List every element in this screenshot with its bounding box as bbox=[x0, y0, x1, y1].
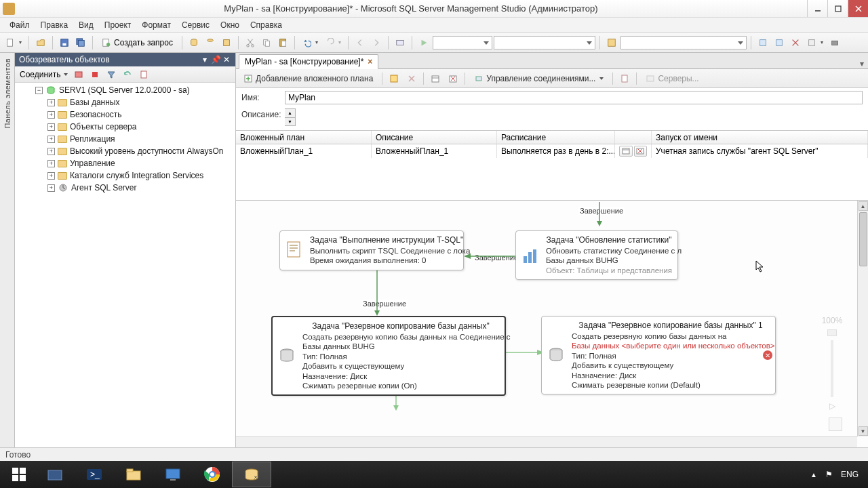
panel-menu-button[interactable]: ▾ bbox=[200, 55, 210, 64]
tree-collapse-icon[interactable]: − bbox=[35, 87, 43, 94]
plan-name-input[interactable] bbox=[285, 91, 863, 104]
tree-expand-icon[interactable]: + bbox=[47, 184, 55, 192]
tab-close-icon[interactable]: × bbox=[368, 57, 372, 66]
menu-view[interactable]: Вид bbox=[73, 19, 99, 31]
template-button[interactable] bbox=[788, 35, 803, 50]
db-query-button[interactable] bbox=[186, 35, 201, 50]
menu-service[interactable]: Сервис bbox=[176, 19, 215, 31]
col-name[interactable]: Вложенный план bbox=[236, 131, 372, 144]
tree-management[interactable]: Управление bbox=[70, 159, 115, 168]
task-tsql[interactable]: Задача "Выполнение инструкции T-SQL" Вып… bbox=[279, 230, 464, 270]
nav-back-button[interactable] bbox=[353, 35, 368, 50]
document-tab[interactable]: MyPlan - sa [Конструирование]* × bbox=[239, 54, 378, 69]
taskbar-ssms[interactable] bbox=[232, 462, 271, 487]
task-backup-2[interactable]: ✕ Задача "Резервное копирование базы дан… bbox=[541, 316, 776, 394]
manage-connections-button[interactable]: Управление соединениями... bbox=[469, 71, 608, 86]
toolbox-button[interactable] bbox=[827, 35, 842, 50]
tree-expand-icon[interactable]: + bbox=[47, 99, 55, 106]
new-button[interactable] bbox=[3, 35, 18, 50]
nav-fwd-button[interactable] bbox=[369, 35, 384, 50]
minimize-button[interactable] bbox=[807, 0, 827, 17]
menu-help[interactable]: Справка bbox=[245, 19, 288, 31]
row-schedule-button[interactable] bbox=[619, 146, 633, 157]
subplan-delete-button[interactable] bbox=[404, 71, 419, 86]
design-surface[interactable]: Завершение Завершение Завершение Задача … bbox=[236, 201, 857, 436]
row-runas[interactable]: Учетная запись службы "агент SQL Server" bbox=[652, 144, 868, 158]
object-explorer-button[interactable] bbox=[772, 35, 787, 50]
tree-agent[interactable]: Агент SQL Server bbox=[71, 183, 137, 192]
menu-window[interactable]: Окно bbox=[215, 19, 245, 31]
tree-expand-icon[interactable]: + bbox=[47, 172, 55, 180]
menu-project[interactable]: Проект bbox=[99, 19, 137, 31]
tree-expand-icon[interactable]: + bbox=[47, 111, 55, 119]
find-button[interactable] bbox=[393, 35, 408, 50]
panel-close-button[interactable]: ✕ bbox=[222, 55, 231, 64]
registered-servers-button[interactable] bbox=[755, 35, 770, 50]
start-button[interactable] bbox=[3, 462, 35, 487]
object-tree[interactable]: − SERV1 (SQL Server 12.0.2000 - sa) +Баз… bbox=[15, 83, 235, 447]
col-sched[interactable]: Расписание bbox=[497, 131, 615, 144]
taskbar-server-manager[interactable] bbox=[35, 462, 75, 487]
tree-replication[interactable]: Репликация bbox=[70, 134, 115, 144]
refresh-button[interactable] bbox=[120, 67, 135, 82]
zoom-control[interactable]: 100% ▷ bbox=[822, 316, 842, 411]
new-query-button[interactable]: Создать запрос bbox=[97, 35, 178, 50]
help-button[interactable] bbox=[604, 35, 619, 50]
subplan-row[interactable]: ВложенныйПлан_1 ВложенныйПлан_1 Выполняе… bbox=[236, 144, 868, 158]
subplan-props-button[interactable] bbox=[387, 71, 401, 86]
close-button[interactable] bbox=[848, 0, 868, 17]
undo-button[interactable] bbox=[299, 35, 314, 50]
schedule-button[interactable] bbox=[428, 71, 443, 86]
connect-dropdown[interactable]: Соединить bbox=[18, 70, 70, 79]
tree-security[interactable]: Безопасность bbox=[70, 110, 122, 119]
task-backup-1[interactable]: Задача "Резервное копирование базы данны… bbox=[271, 316, 506, 396]
taskbar-rdp[interactable] bbox=[153, 462, 193, 487]
search-combo[interactable] bbox=[620, 36, 747, 49]
exec-combo[interactable] bbox=[494, 36, 595, 49]
tree-expand-icon[interactable]: + bbox=[47, 160, 55, 167]
tray-flag-icon[interactable]: ⚑ bbox=[825, 470, 833, 479]
filter-button[interactable] bbox=[104, 67, 119, 82]
panel-pin-button[interactable]: 📌 bbox=[211, 55, 220, 64]
taskbar-powershell[interactable]: >_ bbox=[75, 462, 114, 487]
taskbar-explorer[interactable] bbox=[114, 462, 153, 487]
taskbar-chrome[interactable] bbox=[193, 462, 232, 487]
tree-server-label[interactable]: SERV1 (SQL Server 12.0.2000 - sa) bbox=[59, 85, 190, 95]
remove-schedule-button[interactable] bbox=[446, 71, 460, 86]
col-desc[interactable]: Описание bbox=[372, 131, 497, 144]
paste-button[interactable] bbox=[275, 35, 290, 50]
disconnect-button[interactable] bbox=[71, 67, 86, 82]
db-combo[interactable] bbox=[433, 36, 492, 49]
tree-expand-icon[interactable]: + bbox=[47, 123, 55, 131]
properties-button[interactable] bbox=[804, 35, 819, 50]
tab-menu-button[interactable]: ▾ bbox=[856, 59, 868, 68]
script-button[interactable] bbox=[136, 67, 151, 82]
row-sched[interactable]: Выполняется раз в день в 2:... bbox=[497, 144, 615, 158]
save-button[interactable] bbox=[57, 35, 72, 50]
execute-button[interactable] bbox=[416, 35, 431, 50]
col-runas[interactable]: Запуск от имени bbox=[652, 131, 868, 144]
tree-ssis[interactable]: Каталоги служб Integration Services bbox=[70, 171, 203, 180]
tree-expand-icon[interactable]: + bbox=[47, 148, 55, 155]
db-query-2-button[interactable] bbox=[203, 35, 218, 50]
tray-lang[interactable]: ENG bbox=[841, 470, 859, 479]
menu-format[interactable]: Формат bbox=[136, 19, 176, 31]
logging-button[interactable] bbox=[617, 71, 632, 86]
cut-button[interactable] bbox=[243, 35, 258, 50]
servers-button[interactable]: Серверы... bbox=[641, 71, 703, 86]
miniview-button[interactable] bbox=[829, 418, 842, 431]
open-button[interactable] bbox=[33, 35, 48, 50]
row-desc[interactable]: ВложенныйПлан_1 bbox=[372, 144, 497, 158]
stop-button[interactable] bbox=[87, 67, 102, 82]
redo-button[interactable] bbox=[322, 35, 337, 50]
add-subplan-button[interactable]: Добавление вложенного плана bbox=[239, 71, 378, 86]
menu-edit[interactable]: Правка bbox=[35, 19, 74, 31]
tree-alwayson[interactable]: Высокий уровень доступности AlwaysOn bbox=[70, 146, 223, 156]
tray-chevron-icon[interactable]: ▲ bbox=[810, 471, 817, 479]
horizontal-scrollbar[interactable] bbox=[236, 436, 857, 447]
menu-file[interactable]: Файл bbox=[4, 19, 35, 31]
vertical-scrollbar[interactable]: ▲ ▼ bbox=[857, 201, 868, 436]
row-remove-button[interactable] bbox=[634, 146, 648, 157]
toolbox-tab[interactable]: Панель элементов bbox=[0, 53, 15, 447]
save-all-button[interactable] bbox=[73, 35, 88, 50]
